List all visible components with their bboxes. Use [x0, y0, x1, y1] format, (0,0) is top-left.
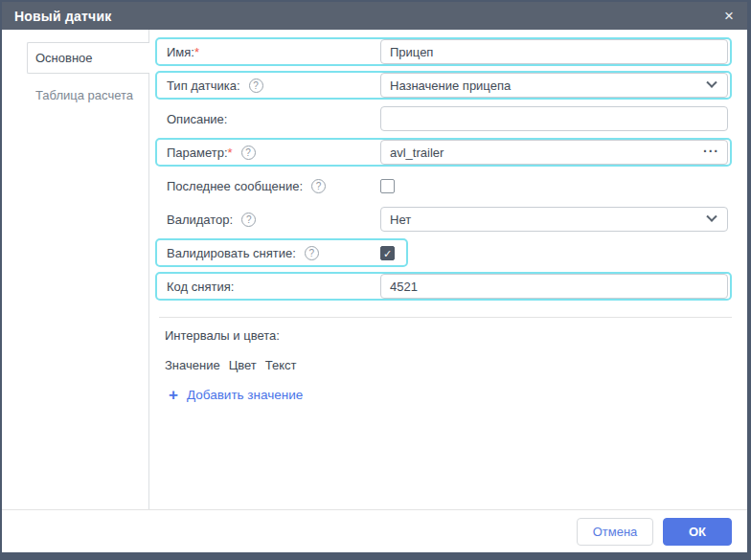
dialog-footer: Отмена ОК — [2, 509, 747, 552]
parameter-label-text: Параметр: — [167, 146, 228, 160]
last-message-checkbox[interactable] — [380, 179, 395, 193]
section-divider — [159, 317, 732, 318]
column-header-color: Цвет — [229, 358, 257, 372]
form-content: Имя:* Тип датчика: ? Назначение прицепа — [149, 30, 747, 509]
plus-icon: + — [169, 387, 178, 403]
sensor-type-label: Тип датчика: ? — [159, 78, 380, 93]
unbinding-code-label-text: Код снятия: — [167, 280, 234, 294]
ok-button[interactable]: ОК — [663, 518, 732, 546]
row-validate-unbinding: Валидировать снятие: ? ✓ — [155, 238, 408, 267]
required-asterisk: * — [194, 45, 199, 59]
sensor-type-select[interactable]: Назначение прицепа — [380, 73, 728, 98]
new-sensor-dialog: Новый датчик × Основное Таблица расчета … — [0, 0, 751, 560]
help-icon[interactable]: ? — [311, 179, 326, 193]
unbinding-code-label: Код снятия: — [159, 280, 380, 294]
row-parameter: Параметр:* ? ··· — [155, 138, 732, 167]
unbinding-code-input[interactable] — [380, 274, 728, 299]
tab-main-label: Основное — [35, 51, 93, 65]
row-description: Описание: — [155, 104, 732, 133]
tab-calc-table[interactable]: Таблица расчета — [27, 79, 148, 111]
name-input[interactable] — [380, 39, 728, 64]
help-icon[interactable]: ? — [305, 246, 319, 260]
validate-unbinding-label-text: Валидировать снятие: — [167, 246, 296, 260]
validator-label-text: Валидатор: — [167, 213, 233, 227]
chevron-down-icon — [706, 212, 717, 222]
last-message-label: Последнее сообщение: ? — [159, 179, 380, 193]
help-icon[interactable]: ? — [249, 78, 263, 93]
parameter-browse-icon[interactable]: ··· — [703, 145, 719, 158]
parameter-label: Параметр:* ? — [159, 146, 380, 160]
tab-calc-table-label: Таблица расчета — [35, 88, 133, 102]
add-value-label: Добавить значение — [187, 388, 303, 402]
add-value-button[interactable]: + Добавить значение — [169, 387, 732, 403]
sensor-type-value: Назначение прицепа — [390, 78, 511, 93]
intervals-column-headers: Значение Цвет Текст — [165, 358, 732, 372]
parameter-input[interactable] — [380, 140, 728, 165]
name-label-text: Имя: — [167, 45, 194, 59]
validate-unbinding-checkbox[interactable]: ✓ — [380, 246, 395, 260]
last-message-label-text: Последнее сообщение: — [167, 179, 303, 193]
intervals-title: Интервалы и цвета: — [165, 328, 732, 343]
row-name: Имя:* — [155, 37, 732, 66]
tab-sidebar: Основное Таблица расчета — [2, 30, 149, 509]
help-icon[interactable]: ? — [241, 213, 256, 227]
validator-select[interactable]: Нет — [380, 207, 728, 232]
description-label-text: Описание: — [167, 112, 227, 126]
validate-unbinding-label: Валидировать снятие: ? — [159, 246, 380, 260]
row-unbinding-code: Код снятия: — [155, 272, 732, 301]
validator-value: Нет — [390, 213, 411, 227]
validator-label: Валидатор: ? — [159, 213, 380, 227]
sensor-type-label-text: Тип датчика: — [167, 78, 240, 93]
row-sensor-type: Тип датчика: ? Назначение прицепа — [155, 71, 732, 100]
description-input[interactable] — [380, 106, 728, 131]
description-label: Описание: — [159, 112, 380, 126]
required-asterisk: * — [228, 146, 233, 160]
close-icon[interactable]: × — [724, 8, 734, 24]
cancel-button[interactable]: Отмена — [577, 518, 653, 546]
chevron-down-icon — [706, 78, 717, 88]
row-validator: Валидатор: ? Нет — [155, 205, 732, 234]
name-label: Имя:* — [159, 45, 380, 59]
row-last-message: Последнее сообщение: ? — [155, 171, 732, 200]
column-header-value: Значение — [165, 358, 220, 372]
dialog-body: Основное Таблица расчета Имя:* Тип датчи… — [2, 30, 747, 509]
column-header-text: Текст — [265, 358, 297, 372]
tab-main[interactable]: Основное — [27, 42, 149, 74]
help-icon[interactable]: ? — [241, 146, 256, 160]
dialog-title: Новый датчик — [14, 9, 111, 24]
dialog-titlebar: Новый датчик × — [2, 2, 747, 30]
